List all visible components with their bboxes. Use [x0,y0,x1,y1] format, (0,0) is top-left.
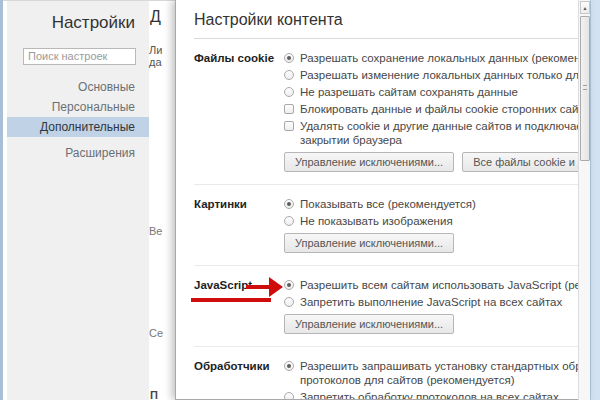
dialog-title: Настройки контента [194,0,578,39]
radio-icon[interactable] [284,361,294,371]
radio-icon[interactable] [284,199,294,209]
scrollbar-grip-icon [583,85,587,90]
sidebar-item-extensions[interactable]: Расширения [7,143,149,163]
radio-option[interactable]: Запретить выполнение JavaScript на всех … [284,295,578,309]
manage-exceptions-button[interactable]: Управление исключениями... [284,233,454,253]
radio-option[interactable]: Разрешить всем сайтам использовать JavaS… [284,278,578,292]
radio-icon[interactable] [284,297,294,307]
radio-option[interactable]: Показывать все (рекомендуется) [284,197,578,211]
dialog-scrollbar[interactable]: ▲ [578,0,590,400]
radio-icon[interactable] [284,70,294,80]
radio-icon[interactable] [284,87,294,97]
page-label-fragment: Ли [149,44,162,56]
section-cookies: Файлы cookie Разрешать сохранение локаль… [194,39,578,184]
radio-option[interactable]: Разрешить запрашивать установку стандарт… [284,359,578,387]
settings-sidebar: Настройки Основные Персональные Дополнит… [3,1,149,400]
checkbox-icon[interactable] [284,121,294,131]
section-images: Картинки Показывать все (рекомендуется) … [194,184,578,265]
checkbox-option[interactable]: Удалять cookie и другие данные сайтов и … [284,119,578,147]
radio-option[interactable]: Не показывать изображения [284,214,578,228]
content-settings-dialog: Настройки контента Файлы cookie Разрешат… [175,0,590,400]
radio-icon[interactable] [284,216,294,226]
page-label-fragment: П [150,389,158,400]
search-input[interactable] [23,48,136,65]
manage-exceptions-button[interactable]: Управление исключениями... [284,152,454,172]
all-cookies-button[interactable]: Все файлы cookie и данные сайтов... [462,152,578,172]
page-label-fragment: Се [149,327,163,339]
section-javascript: JavaScript Разрешить всем сайтам использ… [194,265,578,346]
sidebar-item-personal[interactable]: Персональные [7,97,149,117]
red-arrow-icon [269,277,283,297]
sidebar-item-advanced[interactable]: Дополнительные [7,117,149,137]
sidebar-panel: Настройки Основные Персональные Дополнит… [7,1,149,400]
radio-option[interactable]: Разрешать изменение локальных данных тол… [284,68,578,82]
radio-icon[interactable] [284,53,294,63]
page-heading-fragment: Д [150,8,161,26]
red-arrow-icon [246,285,271,289]
checkbox-icon[interactable] [284,104,294,114]
page-label-fragment: Ве [149,225,162,237]
radio-option[interactable]: Запретить обработку протоколов на всех с… [284,390,578,399]
sidebar-item-basic[interactable]: Основные [7,77,149,97]
manage-exceptions-button[interactable]: Управление исключениями... [284,314,454,334]
checkbox-option[interactable]: Блокировать данные и файлы cookie сторон… [284,102,578,116]
section-label: Файлы cookie [194,51,284,172]
red-underline-annotation [191,298,271,302]
sidebar-nav: Основные Персональные Дополнительные Рас… [7,77,149,163]
radio-option[interactable]: Не разрешать сайтам сохранять данные [284,85,578,99]
section-label: Картинки [194,197,284,253]
radio-icon[interactable] [284,280,294,290]
scrollbar-up-icon[interactable]: ▲ [580,1,590,14]
scrollbar-thumb[interactable] [580,16,590,161]
radio-option[interactable]: Разрешать сохранение локальных данных (р… [284,51,578,65]
sidebar-title: Настройки [7,1,149,33]
section-label: Обработчики [194,359,284,399]
radio-icon[interactable] [284,392,294,399]
section-handlers: Обработчики Разрешить запрашивать устано… [194,346,578,399]
page-label-fragment: да [149,56,162,68]
window-right-edge [590,0,600,400]
